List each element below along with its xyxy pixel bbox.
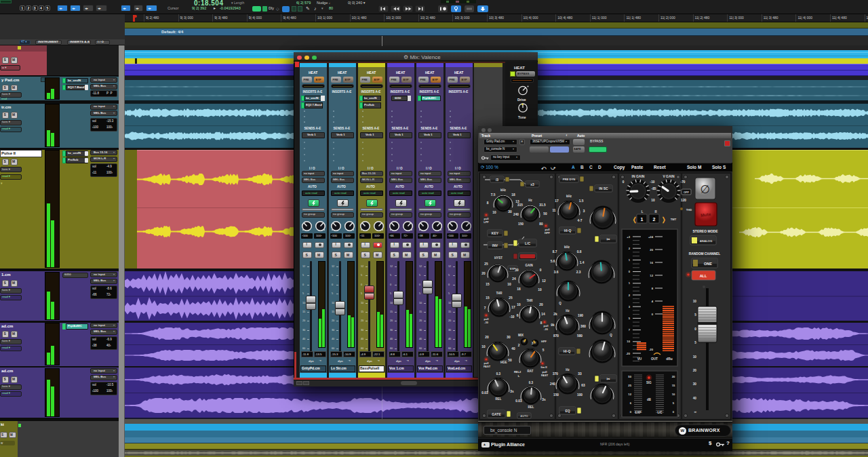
svg-text:0.03: 0.03 (515, 399, 522, 403)
svg-text:HPF: HPF (545, 231, 551, 235)
svg-text:GATE: GATE (492, 412, 501, 416)
svg-text:20: 20 (693, 369, 697, 372)
svg-text:6: 6 (517, 314, 519, 317)
svg-text:33: 33 (578, 372, 582, 376)
svg-text:RANDOM CHANNEL: RANDOM CHANNEL (689, 252, 720, 256)
svg-text:TMT: TMT (671, 218, 677, 221)
svg-text:10: 10 (693, 300, 697, 303)
svg-text:✂: ✂ (606, 237, 610, 241)
svg-text:870: 870 (553, 334, 559, 338)
svg-text:-20: -20 (626, 352, 631, 355)
svg-text:ALL: ALL (700, 274, 707, 278)
svg-text:Hz: Hz (566, 368, 570, 372)
svg-text:580: 580 (577, 334, 583, 338)
svg-text:FAST: FAST (541, 374, 549, 377)
svg-text:12: 12 (542, 279, 546, 283)
svg-text:L: L (642, 210, 644, 214)
svg-text:7: 7 (484, 306, 486, 310)
svg-text:31.5: 31.5 (539, 203, 546, 207)
svg-text:3: 3 (583, 210, 585, 213)
svg-text:370: 370 (553, 372, 558, 376)
svg-text:INV: INV (492, 243, 498, 247)
svg-text:10: 10 (517, 303, 521, 306)
svg-text:10: 10 (492, 211, 496, 214)
svg-text:0.3: 0.3 (529, 381, 534, 384)
svg-text:OUT: OUT (651, 357, 658, 361)
svg-text:190: 190 (578, 314, 583, 317)
svg-text:HI-Q: HI-Q (564, 228, 572, 233)
svg-text:30: 30 (693, 382, 697, 386)
svg-text:2: 2 (518, 344, 520, 347)
svg-text:1.4: 1.4 (580, 261, 585, 264)
svg-text:Q: Q (559, 302, 561, 305)
svg-text:20: 20 (672, 375, 675, 378)
svg-text:❬: ❬ (632, 216, 637, 224)
svg-text:12: 12 (650, 274, 653, 277)
svg-text:10: 10 (481, 345, 486, 349)
svg-text:25: 25 (628, 384, 631, 387)
svg-text:10: 10 (651, 199, 655, 202)
svg-text:17: 17 (555, 199, 559, 203)
svg-text:-10: -10 (650, 180, 655, 184)
svg-text:L/C: L/C (657, 411, 663, 414)
svg-text:8: 8 (540, 321, 542, 325)
svg-text:EXP: EXP (635, 411, 641, 414)
svg-text:∅: ∅ (701, 183, 711, 196)
svg-text:THR: THR (526, 299, 533, 302)
svg-text:63: 63 (581, 384, 585, 387)
svg-text:50: 50 (508, 359, 512, 362)
svg-text:∞: ∞ (694, 410, 697, 414)
svg-text:LPF: LPF (484, 220, 489, 224)
svg-text:AUTO: AUTO (520, 414, 528, 418)
svg-text:2.3: 2.3 (576, 271, 581, 274)
svg-text:REL: REL (496, 397, 502, 401)
svg-text:0: 0 (540, 269, 542, 272)
svg-text:-20: -20 (544, 327, 549, 331)
svg-text:Q: Q (610, 334, 612, 337)
svg-text:10: 10 (693, 355, 697, 359)
svg-text:315: 315 (517, 203, 523, 207)
svg-text:SIG: SIG (646, 381, 652, 384)
svg-text:OFF: OFF (684, 191, 690, 194)
svg-text:30: 30 (515, 269, 519, 272)
svg-text:THD: THD (686, 208, 692, 212)
svg-text:+24: +24 (648, 235, 654, 239)
svg-text:/3: /3 (496, 178, 498, 182)
svg-text:GAIN: GAIN (525, 264, 532, 267)
svg-text:50: 50 (628, 375, 631, 378)
svg-text:❭: ❭ (661, 216, 667, 224)
svg-text:18: 18 (511, 193, 515, 197)
svg-text:10: 10 (538, 288, 542, 292)
svg-text:2k: 2k (553, 313, 557, 316)
svg-text:150: 150 (553, 393, 559, 397)
svg-text:240: 240 (550, 382, 555, 386)
svg-text:50: 50 (543, 212, 547, 216)
svg-text:0: 0 (694, 327, 696, 331)
svg-text:3.6: 3.6 (554, 271, 559, 274)
svg-text:240: 240 (513, 213, 519, 216)
svg-text:3s: 3s (510, 390, 514, 393)
svg-text:8.7: 8.7 (553, 250, 557, 254)
svg-text:kHz: kHz (500, 188, 507, 192)
svg-text:11: 11 (552, 209, 555, 212)
svg-text:18: 18 (517, 287, 521, 291)
svg-text:STEREO MODE: STEREO MODE (693, 229, 719, 233)
svg-text:15: 15 (486, 283, 490, 286)
svg-text:5: 5 (542, 349, 545, 352)
svg-text:IN SC: IN SC (599, 186, 608, 191)
svg-text:120: 120 (681, 199, 686, 202)
svg-text:lim II: lim II (540, 365, 547, 369)
svg-text:10: 10 (627, 340, 630, 343)
svg-text:x3: x3 (530, 182, 534, 186)
svg-text:L/C: L/C (525, 241, 530, 245)
svg-text:16: 16 (650, 261, 653, 264)
svg-text:V GAIN: V GAIN (663, 174, 675, 178)
svg-text:40: 40 (693, 397, 697, 400)
svg-text:5: 5 (694, 313, 696, 317)
svg-text:+3: +3 (627, 235, 630, 239)
svg-text:8: 8 (487, 201, 489, 205)
svg-text:1: 1 (641, 217, 644, 222)
svg-text:-30: -30 (484, 321, 489, 324)
svg-text:IN GAIN: IN GAIN (632, 174, 645, 178)
svg-text:dB: dB (647, 398, 652, 401)
